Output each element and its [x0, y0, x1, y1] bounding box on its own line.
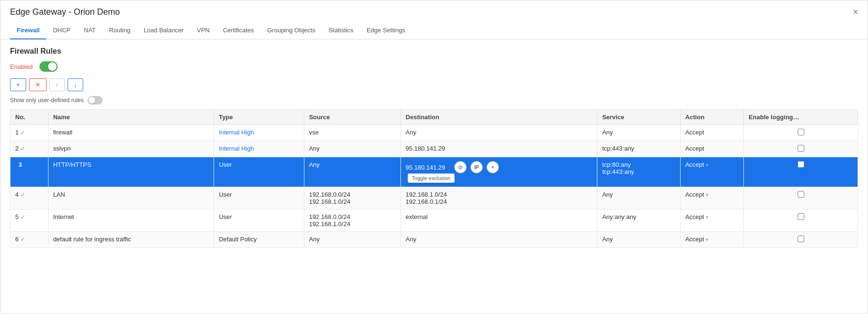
- cell-service: tcp:443:any: [597, 141, 681, 157]
- cell-logging: [744, 125, 858, 141]
- cell-source: Any: [304, 157, 400, 187]
- tab-firewall[interactable]: Firewall: [10, 22, 46, 39]
- enabled-label: Enabled: [10, 63, 33, 70]
- action-value: Accept: [685, 213, 704, 220]
- cell-action[interactable]: Accept▾: [680, 232, 743, 248]
- col-header-source: Source: [304, 110, 400, 125]
- cell-no: 4 ✓: [10, 187, 49, 209]
- cell-type: Internal High: [214, 141, 304, 157]
- remove-dest-icon[interactable]: ✕: [447, 164, 451, 171]
- cell-name: LAN: [48, 187, 214, 209]
- cell-logging: [744, 141, 858, 157]
- action-value: Accept: [685, 191, 704, 198]
- table-row[interactable]: 3HTTP/HTTPSUserAny 95.180.141.29 ✕ ⊘ IP …: [10, 157, 858, 187]
- section-title: Firewall Rules: [10, 47, 858, 56]
- show-user-rules-label: Show only user-defined rules: [10, 97, 84, 104]
- table-row[interactable]: 2 ✓sslvpnInternal HighAny95.180.141.29tc…: [10, 141, 858, 157]
- action-dropdown-icon[interactable]: ▾: [706, 214, 709, 220]
- close-button[interactable]: ×: [853, 7, 858, 17]
- table-body: 1 ✓firewallInternal HighvseAnyAnyAccept2…: [10, 125, 858, 248]
- cell-source: Any: [304, 141, 400, 157]
- action-value: Accept: [685, 161, 704, 168]
- move-up-button[interactable]: ↑: [49, 78, 65, 91]
- table-row[interactable]: 6 ✓default rule for ingress trafficDefau…: [10, 232, 858, 248]
- cell-action: Accept: [680, 125, 743, 141]
- ip-btn[interactable]: IP: [470, 161, 483, 173]
- add-dest-btn[interactable]: +: [487, 161, 499, 173]
- cell-destination: Any: [400, 125, 597, 141]
- cell-name: Internet: [48, 209, 214, 232]
- logging-checkbox[interactable]: [798, 213, 804, 220]
- cell-type: User: [214, 209, 304, 232]
- logging-checkbox[interactable]: [798, 129, 804, 135]
- cell-type: User: [214, 187, 304, 209]
- cell-source: vse: [304, 125, 400, 141]
- window-title: Edge Gateway - Orion Demo: [10, 7, 120, 17]
- cell-source: 192.168.0.0/24 192.168.1.0/24: [304, 209, 400, 232]
- col-header-action: Action: [680, 110, 743, 125]
- col-header-name: Name: [48, 110, 214, 125]
- move-down-button[interactable]: ↓: [68, 78, 83, 91]
- tab-certificates[interactable]: Certificates: [216, 22, 261, 39]
- tab-nat[interactable]: NAT: [77, 22, 102, 39]
- table-row[interactable]: 5 ✓InternetUser192.168.0.0/24 192.168.1.…: [10, 209, 858, 232]
- dest-value: 95.180.141.29: [406, 164, 445, 171]
- cell-type: Internal High: [214, 125, 304, 141]
- tab-dhcp[interactable]: DHCP: [46, 22, 77, 39]
- action-dropdown-icon[interactable]: ▾: [706, 192, 709, 198]
- cell-no: 1 ✓: [10, 125, 49, 141]
- add-button[interactable]: +: [10, 78, 26, 91]
- enabled-toggle[interactable]: [39, 61, 58, 72]
- cell-name: sslvpn: [48, 141, 214, 157]
- table-row[interactable]: 1 ✓firewallInternal HighvseAnyAnyAccept: [10, 125, 858, 141]
- tab-vpn[interactable]: VPN: [190, 22, 216, 39]
- cell-no: 2 ✓: [10, 141, 49, 157]
- cell-type: User: [214, 157, 304, 187]
- cell-no: 3: [10, 157, 49, 187]
- cell-source: 192.168.0.0/24 192.168.1.0/24: [304, 187, 400, 209]
- table-header: No.NameTypeSourceDestinationServiceActio…: [10, 110, 858, 125]
- tab-routing[interactable]: Routing: [102, 22, 137, 39]
- logging-checkbox[interactable]: [798, 236, 804, 242]
- cell-action[interactable]: Accept▾: [680, 209, 743, 232]
- cell-name: HTTP/HTTPS: [48, 157, 214, 187]
- cell-name: firewall: [48, 125, 214, 141]
- firewall-rules-table: No.NameTypeSourceDestinationServiceActio…: [10, 109, 858, 248]
- main-window: Edge Gateway - Orion Demo × FirewallDHCP…: [0, 0, 868, 314]
- cell-action: Accept: [680, 141, 743, 157]
- cell-service: tcp:80:any tcp:443:any: [597, 157, 681, 187]
- cell-action[interactable]: Accept▾: [680, 157, 743, 187]
- cell-source: Any: [304, 232, 400, 248]
- delete-button[interactable]: ✕: [29, 78, 47, 91]
- user-rules-toggle[interactable]: [88, 96, 103, 105]
- add-icon: +: [16, 81, 20, 88]
- logging-checkbox[interactable]: [798, 161, 804, 168]
- exclude-btn[interactable]: ⊘: [454, 161, 467, 173]
- tab-load-balancer[interactable]: Load Balancer: [137, 22, 190, 39]
- tab-statistics[interactable]: Statistics: [322, 22, 360, 39]
- table-row[interactable]: 4 ✓LANUser192.168.0.0/24 192.168.1.0/241…: [10, 187, 858, 209]
- logging-checkbox[interactable]: [798, 145, 804, 152]
- cell-service: Any: [597, 232, 681, 248]
- cell-logging: [744, 187, 858, 209]
- cell-destination: Any: [400, 232, 597, 248]
- down-icon: ↓: [74, 81, 77, 88]
- cell-destination[interactable]: 95.180.141.29 ✕ ⊘ IP + Toggle exclusion: [400, 157, 597, 187]
- tab-grouping-objects[interactable]: Grouping Objects: [261, 22, 322, 39]
- logging-checkbox[interactable]: [798, 191, 804, 198]
- action-value: Accept: [685, 236, 704, 243]
- delete-icon: ✕: [35, 81, 40, 88]
- cell-name: default rule for ingress traffic: [48, 232, 214, 248]
- col-header-type: Type: [214, 110, 304, 125]
- cell-destination: 95.180.141.29: [400, 141, 597, 157]
- cell-service: Any: [597, 187, 681, 209]
- show-user-rules-row: Show only user-defined rules: [10, 96, 858, 105]
- cell-action[interactable]: Accept▾: [680, 187, 743, 209]
- tab-edge-settings[interactable]: Edge Settings: [360, 22, 412, 39]
- action-dropdown-icon[interactable]: ▾: [706, 162, 709, 168]
- tab-bar: FirewallDHCPNATRoutingLoad BalancerVPNCe…: [0, 22, 868, 39]
- cell-destination: 192.168.1.0/24 192.168.0.1/24: [400, 187, 597, 209]
- cell-logging: [744, 232, 858, 248]
- action-dropdown-icon[interactable]: ▾: [706, 237, 709, 242]
- up-icon: ↑: [56, 81, 59, 88]
